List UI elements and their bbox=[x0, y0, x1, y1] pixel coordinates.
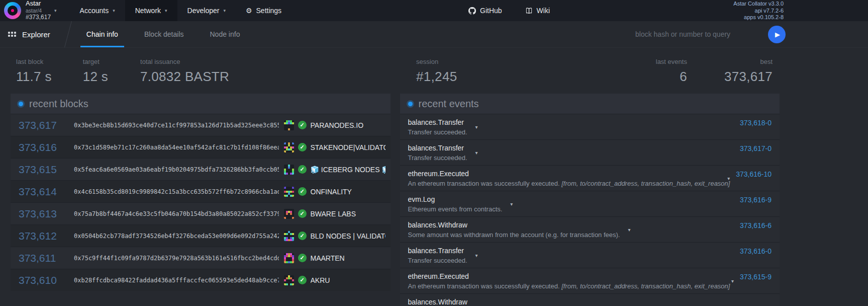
block-number-link[interactable]: 373,614 bbox=[19, 186, 74, 198]
block-author: ✓BWARE LABS bbox=[284, 209, 385, 219]
event-block-link[interactable]: 373,616-6 bbox=[734, 221, 771, 230]
tabs: Chain infoBlock detailsNode info bbox=[73, 21, 253, 47]
block-number-link[interactable]: 373,613 bbox=[19, 208, 74, 220]
event-block-link[interactable]: 373,615-9 bbox=[734, 272, 771, 281]
event-row: balances.TransferTransfer succeeded.▾373… bbox=[400, 139, 780, 165]
block-number-link[interactable]: 373,617 bbox=[19, 119, 74, 131]
menu-item-label: Settings bbox=[256, 7, 282, 15]
event-summary: evm.LogEthereum events from contracts. bbox=[408, 195, 503, 213]
expand-caret-icon[interactable]: ▾ bbox=[475, 124, 478, 130]
menu-item-developer[interactable]: Developer▾ bbox=[177, 0, 236, 21]
link-label: Wiki bbox=[537, 7, 550, 15]
block-row: 373,6110x75c9ff44f1c09fa9787d2b6379e7928… bbox=[11, 247, 391, 269]
menu-item-network[interactable]: Network▾ bbox=[125, 0, 177, 21]
section-label: Explorer bbox=[22, 30, 50, 39]
expand-caret-icon[interactable]: ▾ bbox=[628, 227, 630, 233]
tab-chain-info[interactable]: Chain info bbox=[73, 21, 131, 47]
success-check-icon: ✓ bbox=[298, 254, 307, 262]
expand-caret-icon[interactable]: ▾ bbox=[475, 253, 478, 258]
event-row: ethereum.ExecutedAn ethereum transaction… bbox=[400, 165, 780, 191]
menu-item-accounts[interactable]: Accounts▾ bbox=[70, 0, 125, 21]
identicon bbox=[284, 142, 294, 152]
success-check-icon: ✓ bbox=[298, 209, 307, 218]
recent-blocks-icon bbox=[19, 102, 23, 106]
stat-value: 7.0832 BASTR bbox=[140, 69, 229, 85]
block-hash: 0x5feac6a6e0569ae03a6eabf19b0204975bdfa7… bbox=[74, 166, 279, 173]
menu-item-settings[interactable]: ⚙Settings bbox=[236, 0, 292, 21]
block-number-link[interactable]: 373,616 bbox=[19, 141, 74, 154]
event-name: balances.Transfer bbox=[408, 144, 467, 152]
event-block-link[interactable] bbox=[765, 298, 771, 298]
stat-label: best bbox=[724, 58, 773, 65]
block-number-link[interactable]: 373,611 bbox=[19, 252, 74, 264]
stat-value: 11.7 s bbox=[16, 69, 52, 85]
block-query: ▶ bbox=[634, 26, 786, 43]
block-number-link[interactable]: 373,612 bbox=[19, 230, 74, 242]
recent-events-icon bbox=[408, 102, 413, 106]
github-icon bbox=[468, 7, 476, 15]
version-apps: apps v0.105.2-8 bbox=[733, 14, 784, 21]
success-check-icon: ✓ bbox=[298, 143, 307, 151]
stat-label: last block bbox=[16, 58, 52, 65]
event-name: ethereum.Executed bbox=[408, 170, 720, 178]
search-input[interactable] bbox=[634, 30, 763, 39]
chain-best-number: #373,617 bbox=[26, 14, 51, 21]
expand-caret-icon[interactable]: ▾ bbox=[628, 304, 630, 306]
tab-node-info[interactable]: Node info bbox=[197, 21, 253, 47]
block-hash: 0x4c6158b35cd8019c9989842c15a3bcc635b572… bbox=[74, 188, 279, 195]
event-name: balances.Transfer bbox=[408, 118, 467, 126]
book-icon bbox=[525, 7, 533, 15]
link-wiki[interactable]: Wiki bbox=[525, 7, 550, 15]
stat-value: 6 bbox=[656, 69, 687, 85]
stat-session: session#1,245 bbox=[416, 58, 457, 85]
block-author: ✓BLD NODES | VALIDATO bbox=[284, 231, 385, 241]
expand-caret-icon[interactable]: ▾ bbox=[510, 201, 513, 207]
chevron-down-icon: ▾ bbox=[54, 8, 57, 13]
validator-name: 🧊 ICEBERG NODES 🧊 bbox=[311, 166, 385, 174]
event-summary: balances.TransferTransfer succeeded. bbox=[408, 118, 467, 136]
block-number-link[interactable]: 373,610 bbox=[19, 274, 74, 286]
event-block-link[interactable]: 373,616-9 bbox=[734, 195, 771, 204]
chain-name: Astar bbox=[26, 0, 51, 8]
block-author: ✓ONFINALITY bbox=[284, 187, 385, 197]
chevron-down-icon: ▾ bbox=[165, 8, 167, 13]
block-hash: 0x73c1d589eb71c17c260aa8da54ee10af542afc… bbox=[74, 144, 279, 151]
success-check-icon: ✓ bbox=[298, 187, 307, 196]
identicon bbox=[284, 275, 294, 285]
event-summary: ethereum.ExecutedAn ethereum transaction… bbox=[408, 272, 723, 290]
event-block-link[interactable]: 373,618-0 bbox=[734, 118, 771, 127]
event-block-link[interactable]: 373,616-10 bbox=[730, 170, 771, 178]
block-row: 373,6160x73c1d589eb71c17c260aa8da54ee10a… bbox=[11, 136, 391, 158]
event-block-link[interactable]: 373,617-0 bbox=[734, 144, 771, 152]
summary-stats: last block11.7 starget12 stotal issuance… bbox=[0, 48, 868, 93]
event-summary: balances.TransferTransfer succeeded. bbox=[408, 144, 467, 162]
recent-events-title: recent events bbox=[419, 98, 479, 110]
recent-blocks-panel: recent blocks 373,6170x3be3ecb8b15d693ce… bbox=[11, 94, 391, 291]
query-submit-button[interactable]: ▶ bbox=[768, 26, 786, 43]
stat-total-issuance: total issuance7.0832 BASTR bbox=[140, 58, 229, 85]
validator-name: ONFINALITY bbox=[311, 188, 352, 196]
expand-caret-icon[interactable]: ▾ bbox=[475, 150, 478, 156]
validator-name: MAARTEN bbox=[311, 254, 345, 262]
block-hash: 0xb28ffcdbca98422faddad436a5fffaccfec065… bbox=[74, 277, 279, 284]
block-hash: 0x0504b62cb778adf3734526eb4f3276bceda53e… bbox=[74, 233, 279, 240]
validator-name: BWARE LABS bbox=[311, 210, 356, 218]
astar-logo[interactable] bbox=[4, 2, 21, 19]
stat-label: total issuance bbox=[140, 58, 229, 65]
validator-name: PARANODES.IO bbox=[311, 121, 364, 129]
event-name: ethereum.Executed bbox=[408, 272, 723, 280]
block-row: 373,6140x4c6158b35cd8019c9989842c15a3bcc… bbox=[11, 180, 391, 202]
chain-runtime: astar/4 bbox=[26, 8, 51, 14]
link-github[interactable]: GitHub bbox=[468, 7, 502, 15]
block-number-link[interactable]: 373,615 bbox=[19, 164, 74, 176]
block-author: ✓🧊 ICEBERG NODES 🧊 bbox=[284, 165, 385, 175]
success-check-icon: ✓ bbox=[298, 276, 307, 284]
event-description: Transfer succeeded. bbox=[408, 154, 467, 162]
chain-selector[interactable]: Astar astar/4 #373,617 ▾ bbox=[26, 0, 57, 21]
tab-block-details[interactable]: Block details bbox=[131, 21, 197, 47]
event-block-link[interactable]: 373,616-0 bbox=[734, 247, 771, 255]
success-check-icon: ✓ bbox=[298, 165, 307, 174]
identicon bbox=[284, 187, 294, 197]
menu-item-label: Developer bbox=[187, 7, 220, 15]
event-name: balances.Withdraw bbox=[408, 298, 620, 306]
